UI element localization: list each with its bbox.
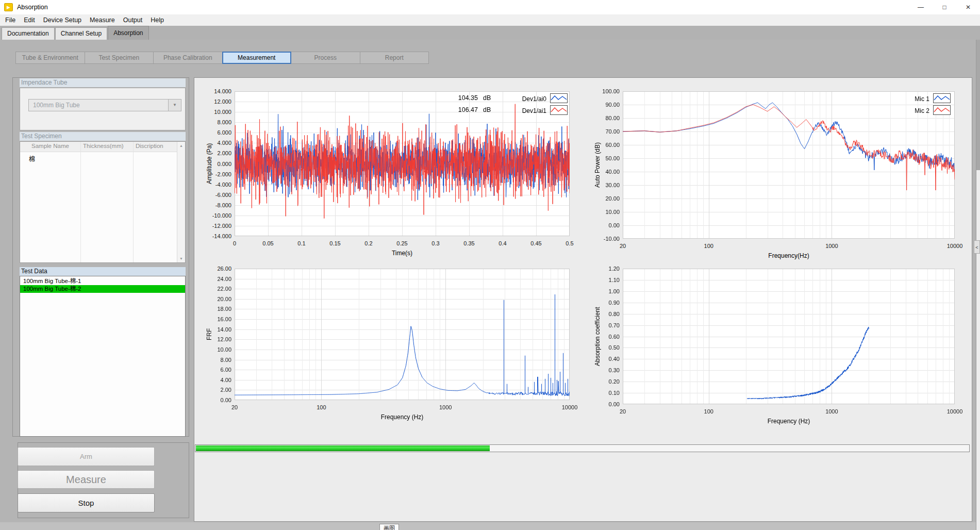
x-axis-label: Frequency (Hz): [235, 413, 570, 421]
x-tick-label: 100: [693, 242, 724, 250]
legend-line-icon[interactable]: [550, 105, 568, 115]
collapse-panel-button[interactable]: <: [974, 240, 980, 254]
x-tick-label: 1000: [430, 404, 461, 411]
menu-item-device-setup[interactable]: Device Setup: [39, 14, 86, 26]
progress-fill: [196, 445, 490, 451]
legend-plot-label: Mic 1: [888, 95, 929, 103]
frf-plot-area: [235, 269, 570, 400]
subtab-phase-calibration[interactable]: Phase Calibration: [153, 52, 223, 64]
x-tick-label: 1000: [816, 242, 847, 250]
test-data-list: 100mm Big Tube-棉-1100mm Big Tube-棉-2: [20, 276, 186, 437]
x-tick-label: 0.05: [253, 240, 284, 247]
tab-absorption[interactable]: Absorption: [108, 26, 148, 40]
level-unit: dB: [483, 106, 491, 113]
column-header-sample-name: Sample Name: [31, 143, 69, 149]
level-readout: 106.47dB: [451, 106, 491, 113]
measure-button[interactable]: Measure: [18, 470, 155, 489]
x-tick-label: 0.5: [554, 240, 585, 247]
y-axis-label: Amplitude (Pa): [205, 91, 213, 236]
subtab-process[interactable]: Process: [291, 52, 360, 64]
scroll-down-icon[interactable]: ▼: [177, 257, 185, 260]
x-tick-label: 10000: [939, 242, 970, 250]
menu-item-file[interactable]: File: [1, 14, 20, 26]
x-axis-label: Frequency(Hz): [623, 252, 955, 259]
bottom-tab-draw[interactable]: 画图: [379, 524, 399, 530]
x-tick-label: 0: [219, 240, 250, 247]
maximize-icon: □: [942, 4, 946, 11]
x-tick-label: 0.4: [487, 240, 518, 247]
scroll-up-icon[interactable]: ▲: [177, 144, 185, 147]
test-data-item[interactable]: 100mm Big Tube-棉-2: [20, 285, 185, 293]
menu-item-output[interactable]: Output: [119, 14, 147, 26]
absorption-coefficient-plot-area: [623, 269, 955, 404]
column-separator: [80, 142, 81, 262]
menu-item-edit[interactable]: Edit: [20, 14, 39, 26]
level-unit: dB: [483, 94, 491, 102]
legend-line-icon[interactable]: [933, 105, 951, 115]
minimize-button[interactable]: —: [909, 0, 933, 14]
auto-power-chart: 100.0090.0080.0070.0060.0050.0040.0030.0…: [623, 91, 955, 239]
x-tick-label: 0.1: [286, 240, 317, 247]
frf-chart: 26.0024.0022.0020.0018.0016.0014.0012.00…: [235, 269, 570, 400]
time-waveform-chart: 14.00012.00010.0008.0006.0004.0002.0000.…: [235, 91, 570, 236]
legend-line-icon[interactable]: [550, 93, 568, 103]
x-tick-label: 20: [607, 242, 638, 250]
measurement-subtabs: Tube & EnvironmentTest SpecimenPhase Cal…: [16, 52, 429, 64]
legend-line-icon[interactable]: [933, 93, 951, 103]
column-header-discription: Discription: [136, 143, 163, 149]
legend-plot-label: Dev1/ai1: [505, 107, 546, 114]
x-axis-label: Time(s): [235, 250, 570, 257]
x-tick-label: 0.45: [521, 240, 552, 247]
menu-item-measure[interactable]: Measure: [86, 14, 119, 26]
stop-button[interactable]: Stop: [18, 493, 155, 512]
titlebar: ▶ Absorption — □ ✕: [0, 0, 980, 14]
close-button[interactable]: ✕: [956, 0, 980, 14]
x-tick-label: 100: [306, 404, 337, 411]
test-data-item[interactable]: 100mm Big Tube-棉-1: [20, 277, 185, 285]
test-specimen-table-header: Sample Name Thickness(mm) Discription: [20, 142, 185, 152]
tab-channel-setup[interactable]: Channel Setup: [55, 27, 107, 40]
window-title: Absorption: [17, 4, 48, 11]
tab-documentation[interactable]: Documentation: [2, 27, 55, 40]
menubar: FileEditDevice SetupMeasureOutputHelp: [0, 14, 980, 26]
table-cell-sample-name[interactable]: 棉: [29, 154, 35, 163]
x-tick-label: 0.3: [420, 240, 451, 247]
impedance-tube-label: Impendace Tube: [20, 78, 186, 87]
x-tick-label: 0.25: [387, 240, 418, 247]
x-tick-label: 20: [219, 404, 250, 411]
x-tick-label: 100: [693, 408, 724, 415]
x-axis-label: Frequency (Hz): [623, 418, 955, 425]
x-tick-label: 10000: [554, 404, 585, 411]
column-header-thickness: Thickness(mm): [83, 143, 124, 149]
window-controls: — □ ✕: [909, 0, 980, 14]
subtab-tube-environment[interactable]: Tube & Environment: [15, 52, 85, 64]
impedance-tube-dropdown-value: 100mm Big Tube: [33, 102, 80, 109]
x-tick-label: 0.2: [353, 240, 384, 247]
dropdown-arrow-icon[interactable]: ▼: [168, 100, 181, 111]
level-value: 106.47: [451, 106, 478, 113]
level-value: 104.35: [451, 94, 478, 102]
table-scrollbar[interactable]: ▲ ▼: [177, 142, 185, 262]
test-data-label: Test Data: [20, 267, 186, 276]
y-axis-label: FRF: [205, 269, 213, 400]
x-tick-label: 1000: [816, 408, 847, 415]
menu-item-help[interactable]: Help: [146, 14, 168, 26]
subtab-measurement[interactable]: Measurement: [222, 52, 292, 64]
x-tick-label: 20: [607, 408, 638, 415]
chevron-left-icon: <: [975, 245, 978, 250]
app-icon: ▶: [4, 3, 13, 11]
right-scrollbar-thumb[interactable]: [976, 40, 980, 170]
arm-button[interactable]: Arm: [18, 447, 155, 466]
x-tick-label: 0.15: [320, 240, 351, 247]
absorption-chart: 1.201.101.000.900.800.700.600.500.400.30…: [623, 269, 955, 404]
subtab-report[interactable]: Report: [360, 52, 429, 64]
legend-plot-label: Mic 2: [888, 107, 929, 114]
maximize-button[interactable]: □: [933, 0, 956, 14]
legend-plot-label: Dev1/ai0: [505, 95, 546, 103]
test-specimen-label: Test Specimen: [20, 132, 186, 141]
x-tick-label: 0.35: [454, 240, 485, 247]
minimize-icon: —: [918, 4, 924, 11]
subtab-test-specimen[interactable]: Test Specimen: [85, 52, 154, 64]
impedance-tube-dropdown[interactable]: 100mm Big Tube ▼: [28, 99, 181, 111]
column-separator: [133, 142, 134, 262]
